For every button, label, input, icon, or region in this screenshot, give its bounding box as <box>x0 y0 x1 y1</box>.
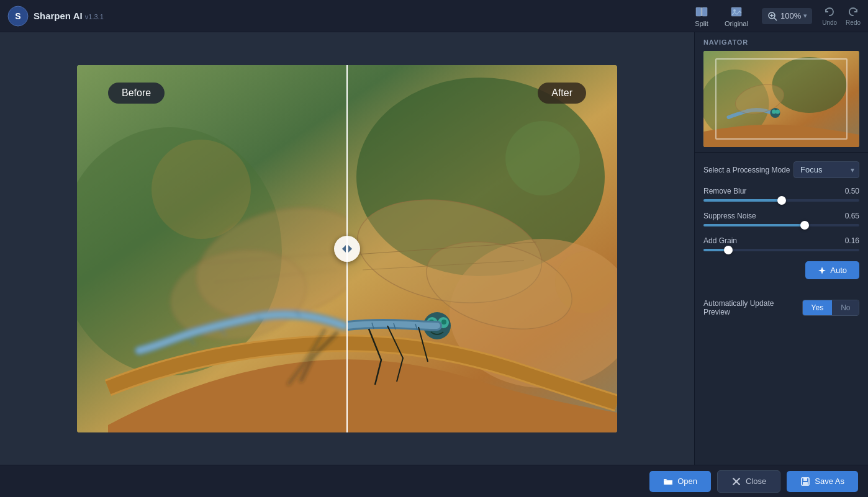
suppress-noise-fill <box>703 224 805 226</box>
undo-button[interactable]: Undo <box>822 6 837 26</box>
suppress-noise-value: 0.65 <box>845 212 859 220</box>
split-handle-icon <box>340 242 354 256</box>
redo-button[interactable]: Redo <box>846 6 861 26</box>
zoom-control[interactable]: 100% ▾ <box>762 8 812 24</box>
navigator-viewport-indicator <box>715 58 848 140</box>
svg-text:S: S <box>15 11 20 21</box>
canvas-area[interactable]: Before After <box>0 32 694 465</box>
remove-blur-label: Remove Blur <box>703 187 746 195</box>
right-panel: NAVIGATOR <box>694 32 868 465</box>
navigator-title: NAVIGATOR <box>703 38 859 46</box>
zoom-icon <box>767 11 778 22</box>
remove-blur-value: 0.50 <box>845 187 859 195</box>
suppress-noise-label: Suppress Noise <box>703 212 756 220</box>
auto-update-label: Automatically Update Preview <box>703 299 802 316</box>
auto-button[interactable]: Auto <box>805 261 859 279</box>
processing-mode-label: Select a Processing Mode <box>703 166 790 174</box>
svg-rect-2 <box>696 7 701 16</box>
redo-icon <box>847 6 859 18</box>
app-logo-icon: S <box>7 6 29 27</box>
add-grain-slider-section: Add Grain 0.16 <box>703 236 859 251</box>
bottom-bar: Open Close Save As <box>0 465 868 497</box>
undo-icon <box>823 6 836 18</box>
svg-marker-49 <box>818 267 826 274</box>
close-x-icon <box>731 477 741 486</box>
controls-section: Select a Processing Mode Focus Auto Moti… <box>695 153 868 465</box>
navigator-thumbnail <box>703 51 859 147</box>
open-folder-icon <box>663 477 673 486</box>
original-icon <box>730 5 743 19</box>
remove-blur-fill <box>703 199 782 202</box>
split-handle[interactable] <box>334 236 360 262</box>
update-preview-row: Automatically Update Preview Yes No <box>703 299 859 316</box>
split-icon <box>695 5 708 19</box>
main-content: Before After NAVIGATOR <box>0 32 868 465</box>
app-logo: S Sharpen AI v1.3.1 <box>7 6 104 27</box>
app-title: Sharpen AI v1.3.1 <box>34 11 104 21</box>
view-controls: Split Original <box>689 2 754 30</box>
suppress-noise-track[interactable] <box>703 224 859 226</box>
no-toggle-button[interactable]: No <box>832 300 859 315</box>
undo-redo-group: Undo Redo <box>822 6 861 26</box>
svg-point-6 <box>733 9 736 12</box>
after-label: After <box>538 83 586 104</box>
svg-rect-3 <box>702 7 707 16</box>
add-grain-track[interactable] <box>703 249 859 251</box>
remove-blur-slider-section: Remove Blur 0.50 <box>703 187 859 202</box>
processing-mode-wrapper: Focus Auto Motion Blur Soft Focus <box>793 161 859 178</box>
close-button[interactable]: Close <box>717 470 780 493</box>
split-button[interactable]: Split <box>689 2 715 30</box>
original-button[interactable]: Original <box>718 2 754 30</box>
preview-container[interactable]: Before After <box>77 65 617 432</box>
zoom-dropdown-icon: ▾ <box>803 12 807 20</box>
add-grain-label: Add Grain <box>703 236 737 245</box>
save-icon <box>800 477 810 486</box>
svg-rect-53 <box>803 478 807 481</box>
add-grain-value: 0.16 <box>845 236 859 245</box>
processing-mode-row: Select a Processing Mode Focus Auto Moti… <box>703 161 859 178</box>
add-grain-thumb[interactable] <box>724 246 733 254</box>
auto-update-toggle: Yes No <box>802 300 859 316</box>
auto-wand-icon <box>818 266 826 275</box>
before-label: Before <box>108 83 165 104</box>
remove-blur-thumb[interactable] <box>777 196 786 205</box>
remove-blur-track[interactable] <box>703 199 859 202</box>
yes-toggle-button[interactable]: Yes <box>803 300 833 315</box>
svg-marker-40 <box>342 245 346 253</box>
navigator-section: NAVIGATOR <box>695 32 868 153</box>
processing-mode-select[interactable]: Focus Auto Motion Blur Soft Focus <box>793 161 859 178</box>
svg-rect-54 <box>803 482 808 485</box>
save-as-button[interactable]: Save As <box>787 471 858 492</box>
toolbar: S Sharpen AI v1.3.1 Split Original <box>0 0 868 32</box>
svg-marker-41 <box>348 245 352 253</box>
suppress-noise-thumb[interactable] <box>800 221 809 230</box>
open-button[interactable]: Open <box>649 471 711 492</box>
suppress-noise-slider-section: Suppress Noise 0.65 <box>703 212 859 226</box>
svg-line-8 <box>774 18 777 20</box>
